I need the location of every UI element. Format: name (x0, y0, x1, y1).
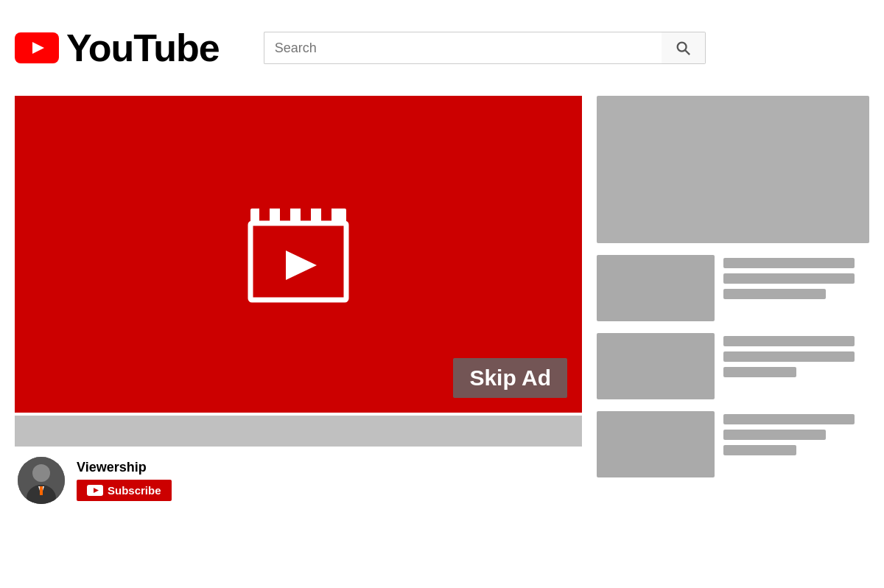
search-container (264, 32, 706, 64)
sidebar-title-line-1 (723, 258, 855, 268)
subscribe-youtube-icon (87, 485, 103, 496)
channel-info: Viewership Subscribe (15, 457, 582, 504)
skip-ad-button[interactable]: Skip Ad (453, 358, 567, 398)
sidebar-thumbnail (597, 333, 715, 399)
svg-point-12 (32, 464, 50, 482)
avatar-image (18, 457, 65, 504)
sidebar-thumbnail (597, 255, 715, 321)
main-content: Skip Ad Viewership (0, 96, 884, 504)
header: YouTube (0, 0, 884, 96)
sidebar-item[interactable] (597, 255, 869, 321)
video-column: Skip Ad Viewership (15, 96, 582, 504)
channel-details: Viewership Subscribe (77, 460, 172, 501)
channel-name: Viewership (77, 460, 172, 475)
sidebar-title-line-1 (723, 336, 855, 346)
sidebar-column (597, 96, 869, 504)
sidebar-item[interactable] (597, 333, 869, 399)
youtube-logo-text: YouTube (66, 26, 220, 70)
sidebar-title-line-3 (723, 367, 796, 377)
film-clapper-icon (243, 203, 354, 306)
video-player[interactable]: Skip Ad (15, 96, 582, 413)
subscribe-button[interactable]: Subscribe (77, 480, 172, 501)
sidebar-item[interactable] (597, 411, 869, 477)
sidebar-title-line-1 (723, 414, 855, 424)
search-icon (675, 40, 691, 56)
search-button[interactable] (662, 32, 706, 64)
sidebar-title-line-3 (723, 445, 796, 455)
sidebar-text-block (723, 411, 869, 455)
sidebar-text-block (723, 333, 869, 377)
sidebar-banner-ad (597, 96, 869, 243)
youtube-logo-icon (15, 32, 59, 63)
sidebar-title-line-2 (723, 351, 855, 362)
svg-line-3 (685, 50, 690, 55)
svg-rect-15 (40, 486, 43, 495)
search-input[interactable] (264, 32, 662, 64)
channel-avatar (18, 457, 65, 504)
sidebar-title-line-2 (723, 273, 855, 284)
sidebar-thumbnail (597, 411, 715, 477)
sidebar-text-block (723, 255, 869, 299)
sidebar-title-line-2 (723, 430, 826, 440)
svg-point-2 (678, 43, 687, 52)
subscribe-label: Subscribe (108, 484, 161, 497)
video-controls-bar[interactable] (15, 416, 582, 447)
svg-marker-10 (286, 251, 317, 280)
sidebar-title-line-3 (723, 289, 826, 299)
logo-container: YouTube (15, 26, 220, 70)
